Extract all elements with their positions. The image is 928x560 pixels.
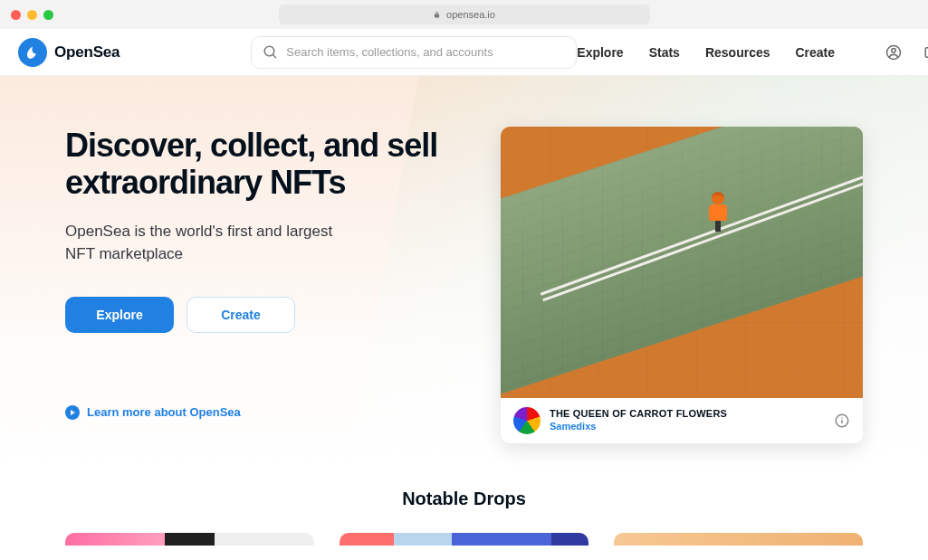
drop-card-1[interactable] (65, 533, 314, 546)
search-box[interactable] (251, 36, 577, 69)
brand-logo-icon (18, 38, 47, 67)
notable-drops-title: Notable Drops (0, 489, 928, 509)
nav-create[interactable]: Create (795, 45, 835, 60)
hero-section: Discover, collect, and sell extraordinar… (0, 76, 928, 465)
lock-icon (433, 11, 441, 19)
browser-chrome: opensea.io (0, 0, 928, 29)
nav-stats[interactable]: Stats (649, 45, 680, 60)
hero-cta-row: Explore Create (65, 297, 445, 333)
profile-icon[interactable] (885, 44, 902, 61)
featured-title: THE QUEEN OF CARROT FLOWERS (550, 408, 727, 421)
create-button[interactable]: Create (187, 297, 295, 333)
explore-button[interactable]: Explore (65, 297, 174, 333)
window-controls (11, 10, 53, 20)
learn-more-link[interactable]: Learn more about OpenSea (65, 405, 445, 420)
drop-card-2[interactable] (340, 533, 588, 546)
featured-image (501, 127, 863, 398)
svg-point-6 (841, 417, 843, 419)
address-bar-url: opensea.io (446, 9, 495, 20)
nav-resources[interactable]: Resources (705, 45, 770, 60)
svg-point-1 (892, 48, 896, 52)
featured-card[interactable]: THE QUEEN OF CARROT FLOWERS Samedixs (501, 127, 863, 443)
nav-links: Explore Stats Resources Create (577, 44, 928, 61)
author-avatar[interactable] (513, 407, 541, 434)
search-icon (263, 44, 279, 61)
wallet-icon[interactable] (923, 44, 928, 61)
learn-more-label: Learn more about OpenSea (87, 405, 241, 419)
info-icon[interactable] (834, 413, 850, 429)
hero-copy: Discover, collect, and sell extraordinar… (65, 127, 445, 443)
search-input[interactable] (286, 45, 565, 59)
nav-icons (885, 44, 928, 61)
nav-explore[interactable]: Explore (577, 45, 623, 60)
hero-title: Discover, collect, and sell extraordinar… (65, 127, 445, 202)
play-icon (65, 405, 80, 420)
minimize-window-icon[interactable] (27, 10, 37, 20)
featured-footer: THE QUEEN OF CARROT FLOWERS Samedixs (501, 398, 863, 443)
top-nav: OpenSea Explore Stats Resources Create (0, 29, 928, 76)
hero-subtitle: OpenSea is the world's first and largest… (65, 220, 355, 266)
maximize-window-icon[interactable] (43, 10, 53, 20)
brand[interactable]: OpenSea (18, 38, 120, 67)
close-window-icon[interactable] (11, 10, 21, 20)
address-bar[interactable]: opensea.io (279, 5, 650, 24)
featured-author[interactable]: Samedixs (550, 421, 727, 433)
notable-drops-row (0, 509, 928, 546)
drop-card-3[interactable] (614, 533, 863, 546)
brand-name: OpenSea (54, 43, 120, 62)
